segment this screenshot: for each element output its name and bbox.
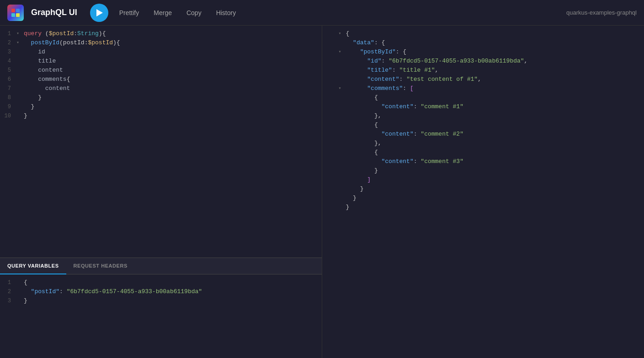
editor-line: 4 title: [0, 57, 322, 66]
line-number: 1: [0, 278, 16, 287]
code-content: {: [346, 93, 644, 102]
response-line: "content": "comment #2": [322, 130, 644, 139]
line-number: 3: [0, 296, 16, 305]
response-line: },: [322, 111, 644, 121]
response-line: "content": "test content of #1",: [322, 75, 644, 84]
line-number: 1: [0, 29, 16, 38]
left-panel: 1 ▾ query ($postId:String){ 2 ▾ postById…: [0, 26, 322, 358]
line-number: 8: [0, 93, 16, 102]
tabs-bar: QUERY VARIABLES REQUEST HEADERS: [0, 258, 322, 274]
response-line: {: [322, 148, 644, 157]
response-line: "data": {: [322, 38, 644, 47]
code-content: ]: [346, 175, 644, 184]
code-content: id: [24, 47, 322, 57]
svg-rect-3: [16, 13, 20, 17]
code-content: "postById": {: [346, 47, 644, 57]
collapse-arrow[interactable]: ▾: [16, 38, 24, 47]
tab-query-variables[interactable]: QUERY VARIABLES: [0, 258, 66, 274]
history-button[interactable]: History: [213, 7, 240, 18]
editor-line: 8 }: [0, 93, 322, 102]
response-line: }: [322, 184, 644, 194]
response-line: ]: [322, 175, 644, 184]
code-content: }: [24, 102, 322, 111]
response-line: }: [322, 203, 644, 212]
app-title: GraphQL UI: [31, 8, 77, 17]
code-content: }: [346, 194, 644, 203]
instance-label: quarkus-examples-graphql: [566, 9, 637, 16]
code-content: {: [346, 148, 644, 157]
line-number: 9: [0, 102, 16, 111]
response-line: }: [322, 194, 644, 203]
code-content: }: [24, 296, 322, 305]
collapse-arrow[interactable]: ▾: [339, 29, 346, 38]
app-logo: [7, 5, 24, 21]
code-content: "content": "comment #2": [346, 130, 644, 139]
code-content: }: [24, 93, 322, 102]
code-content: {: [346, 29, 644, 38]
collapse-arrow[interactable]: ▾: [16, 29, 24, 38]
code-content: }: [346, 184, 644, 194]
code-content: postById(postId:$postId){: [24, 38, 322, 47]
collapse-arrow[interactable]: ▾: [339, 84, 346, 93]
run-button[interactable]: [90, 4, 108, 22]
response-line: }: [322, 166, 644, 175]
code-content: }: [346, 166, 644, 175]
line-number: 2: [0, 38, 16, 47]
line-number: 7: [0, 84, 16, 93]
svg-rect-1: [16, 9, 20, 12]
bottom-panel: QUERY VARIABLES REQUEST HEADERS 1 { 2 "p…: [0, 258, 322, 358]
code-content: "data": {: [346, 38, 644, 47]
code-content: title: [24, 57, 322, 66]
response-line: "id": "6b7fdcd5-0157-4055-a933-b00ab6119…: [322, 57, 644, 66]
line-number: 4: [0, 57, 16, 66]
editor-line: 7 content: [0, 84, 322, 93]
tab-request-headers[interactable]: REQUEST HEADERS: [66, 258, 135, 274]
response-line: },: [322, 139, 644, 148]
code-content: "content": "test content of #1",: [346, 75, 644, 84]
line-number: 6: [0, 75, 16, 84]
svg-rect-0: [11, 9, 15, 12]
line-number: 2: [0, 287, 16, 296]
editor-line: 2 ▾ postById(postId:$postId){: [0, 38, 322, 47]
response-line: "content": "comment #1": [322, 102, 644, 111]
response-line: {: [322, 121, 644, 130]
query-editor[interactable]: 1 ▾ query ($postId:String){ 2 ▾ postById…: [0, 26, 322, 258]
response-line: "title": "title #1",: [322, 66, 644, 75]
variables-editor[interactable]: 1 { 2 "postId": "6b7fdcd5-0157-4055-a933…: [0, 274, 322, 358]
topbar: GraphQL UI Prettify Merge Copy History q…: [0, 0, 644, 26]
response-line: "content": "comment #3": [322, 157, 644, 166]
editor-line: 6 comments{: [0, 75, 322, 84]
code-content: "postId": "6b7fdcd5-0157-4055-a933-b00ab…: [24, 287, 322, 296]
response-line: ▾ "postById": {: [322, 47, 644, 57]
line-number: 3: [0, 47, 16, 57]
line-number: 5: [0, 66, 16, 75]
response-line: {: [322, 93, 644, 102]
main-area: 1 ▾ query ($postId:String){ 2 ▾ postById…: [0, 26, 644, 358]
code-content: "content": "comment #1": [346, 102, 644, 111]
code-content: content: [24, 84, 322, 93]
response-panel: ▾ { "data": { ▾ "postById": { "id": "6b7…: [322, 26, 644, 358]
variable-line: 3 }: [0, 296, 322, 305]
editor-line: 5 content: [0, 66, 322, 75]
code-content: "content": "comment #3": [346, 157, 644, 166]
editor-line: 9 }: [0, 102, 322, 111]
editor-line: 1 ▾ query ($postId:String){: [0, 29, 322, 38]
prettify-button[interactable]: Prettify: [116, 7, 143, 18]
code-content: }: [346, 203, 644, 212]
line-number: 10: [0, 111, 16, 121]
code-content: "title": "title #1",: [346, 66, 644, 75]
code-content: },: [346, 111, 644, 121]
svg-rect-2: [11, 13, 15, 17]
code-content: comments{: [24, 75, 322, 84]
editor-line: 3 id: [0, 47, 322, 57]
variable-line: 1 {: [0, 278, 322, 287]
merge-button[interactable]: Merge: [150, 7, 176, 18]
code-content: query ($postId:String){: [24, 29, 322, 38]
response-line: ▾ "comments": [: [322, 84, 644, 93]
editor-line: 10 }: [0, 111, 322, 121]
collapse-arrow[interactable]: ▾: [339, 47, 346, 57]
code-content: {: [24, 278, 322, 287]
response-line: ▾ {: [322, 29, 644, 38]
code-content: "comments": [: [346, 84, 644, 93]
copy-button[interactable]: Copy: [183, 7, 205, 18]
